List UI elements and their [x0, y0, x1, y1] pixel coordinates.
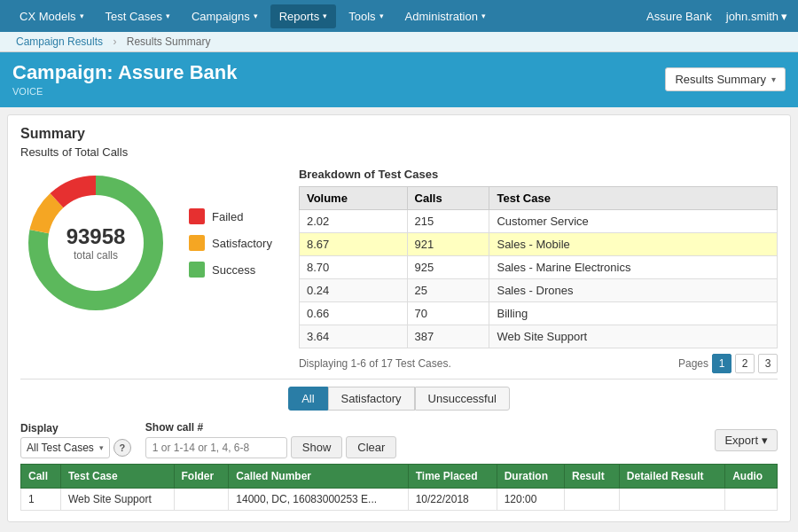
display-select[interactable]: All Test Cases ▾ [20, 437, 110, 458]
divider-1 [20, 379, 778, 379]
results-col-folder: Folder [174, 465, 229, 489]
nav-cx-models[interactable]: CX Models ▾ [11, 4, 93, 28]
chart-legend: Failed Satisfactory Success [189, 208, 272, 278]
nav-administration[interactable]: Administration ▾ [396, 4, 495, 28]
show-call-control: Show call # Show Clear [145, 421, 397, 458]
nav-tools[interactable]: Tools ▾ [340, 4, 392, 28]
breakdown-area: Breakdown of Test Cases Volume Calls Tes… [299, 168, 778, 373]
results-cell-time-placed: 10/22/2018 [408, 489, 497, 511]
display-select-group: All Test Cases ▾ ? [20, 437, 131, 458]
total-calls-unit: total calls [66, 249, 126, 262]
nav-left: CX Models ▾ Test Cases ▾ Campaigns ▾ Rep… [11, 4, 495, 28]
donut-area: 93958 total calls Failed Satisfactory [20, 168, 272, 318]
results-cell-call: 1 [21, 489, 61, 511]
breakdown-cell-volume: 8.70 [299, 256, 407, 279]
filter-unsuccessful[interactable]: Unsuccessful [415, 387, 510, 411]
breakdown-cell-testcase: Sales - Marine Electronics [489, 256, 778, 279]
results-row[interactable]: 1 Web Site Support 14000, DC, 1608300025… [21, 489, 778, 511]
breakdown-row[interactable]: 0.24 25 Sales - Drones [299, 279, 777, 302]
export-button[interactable]: Export ▾ [715, 429, 778, 451]
donut-chart: 93958 total calls [20, 168, 171, 318]
clear-button[interactable]: Clear [346, 436, 396, 458]
results-col-time-placed: Time Placed [408, 465, 497, 489]
call-number-input[interactable] [145, 437, 287, 458]
nav-reports-arrow: ▾ [323, 12, 327, 20]
page-subtitle: VOICE [12, 86, 237, 97]
legend-success: Success [189, 262, 272, 278]
breakdown-col-volume: Volume [299, 187, 407, 210]
results-table: Call Test Case Folder Called Number Time… [20, 464, 778, 511]
results-col-detailed-result: Detailed Result [619, 465, 724, 489]
breakdown-cell-calls: 215 [407, 210, 489, 233]
breakdown-cell-volume: 0.24 [299, 279, 407, 302]
legend-failed-label: Failed [212, 210, 243, 223]
controls-bar: Display All Test Cases ▾ ? Show call # S… [20, 416, 778, 464]
pages-label: Pages [678, 357, 708, 370]
total-calls-label: Results of Total Calls [20, 145, 778, 159]
filter-tabs: All Satisfactory Unsuccessful [20, 387, 778, 411]
page-1-button[interactable]: 1 [712, 354, 732, 373]
nav-right: Assure Bank john.smith ▾ [646, 10, 787, 23]
legend-success-label: Success [212, 263, 255, 277]
show-call-label: Show call # [145, 421, 397, 434]
breakdown-title: Breakdown of Test Cases [299, 168, 778, 181]
results-cell-test-case: Web Site Support [60, 489, 174, 511]
summary-section: Summary Results of Total Calls 93958 [20, 126, 778, 373]
breadcrumb: Campaign Results › Results Summary [0, 32, 798, 52]
help-button[interactable]: ? [113, 439, 131, 457]
breakdown-table: Volume Calls Test Case 2.02 215 Customer… [299, 186, 778, 348]
results-cell-called-number: 14000, DC, 16083000253 E... [229, 489, 408, 511]
breakdown-cell-calls: 25 [407, 279, 489, 302]
nav-reports[interactable]: Reports ▾ [270, 4, 337, 28]
export-arrow-icon: ▾ [762, 434, 768, 447]
nav-test-cases[interactable]: Test Cases ▾ [97, 4, 179, 28]
results-col-result: Result [565, 465, 620, 489]
breakdown-row[interactable]: 2.02 215 Customer Service [299, 210, 777, 233]
breakdown-cell-calls: 387 [407, 325, 489, 348]
page-3-button[interactable]: 3 [758, 354, 778, 373]
results-cell-audio [725, 489, 778, 511]
page-header-left: Campaign: Assure Bank VOICE [12, 61, 237, 97]
satisfactory-color-box [189, 235, 205, 251]
legend-satisfactory: Satisfactory [189, 235, 272, 251]
breakdown-row[interactable]: 8.70 925 Sales - Marine Electronics [299, 256, 777, 279]
nav-cx-models-arrow: ▾ [80, 12, 84, 20]
breakdown-paging-info: Displaying 1-6 of 17 Test Cases. [299, 357, 451, 370]
main-content: Summary Results of Total Calls 93958 [7, 114, 791, 522]
user-arrow-icon: ▾ [781, 10, 787, 23]
legend-failed: Failed [189, 208, 272, 224]
breakdown-row[interactable]: 8.67 921 Sales - Mobile [299, 233, 777, 256]
display-select-arrow-icon: ▾ [99, 443, 104, 452]
nav-tools-arrow: ▾ [379, 12, 384, 20]
summary-title: Summary [20, 126, 778, 142]
total-calls-number: 93958 [66, 224, 126, 249]
legend-satisfactory-label: Satisfactory [212, 237, 272, 250]
failed-color-box [189, 208, 205, 224]
show-button[interactable]: Show [291, 436, 343, 458]
nav-administration-arrow: ▾ [481, 12, 486, 20]
breakdown-cell-volume: 3.64 [299, 325, 407, 348]
top-navigation: CX Models ▾ Test Cases ▾ Campaigns ▾ Rep… [0, 0, 798, 32]
page-title: Campaign: Assure Bank [12, 61, 237, 84]
results-summary-arrow-icon: ▾ [771, 74, 776, 84]
breakdown-cell-calls: 70 [407, 302, 489, 325]
results-summary-button[interactable]: Results Summary ▾ [665, 67, 786, 91]
filter-satisfactory[interactable]: Satisfactory [328, 387, 415, 411]
nav-campaigns[interactable]: Campaigns ▾ [183, 4, 267, 28]
page-2-button[interactable]: 2 [735, 354, 755, 373]
show-call-group: Show Clear [145, 436, 397, 458]
success-color-box [189, 262, 205, 278]
breadcrumb-campaign-results[interactable]: Campaign Results [16, 35, 103, 48]
results-cell-folder [174, 489, 229, 511]
breakdown-cell-testcase: Sales - Drones [489, 279, 778, 302]
breakdown-col-calls: Calls [407, 187, 489, 210]
donut-center: 93958 total calls [66, 224, 126, 262]
breakdown-cell-testcase: Billing [489, 302, 778, 325]
page-header: Campaign: Assure Bank VOICE Results Summ… [0, 52, 798, 107]
display-control: Display All Test Cases ▾ ? [20, 422, 131, 458]
results-col-duration: Duration [497, 465, 564, 489]
filter-all[interactable]: All [288, 387, 327, 411]
breakdown-row[interactable]: 3.64 387 Web Site Support [299, 325, 777, 348]
user-menu[interactable]: john.smith ▾ [726, 10, 787, 23]
breakdown-row[interactable]: 0.66 70 Billing [299, 302, 777, 325]
